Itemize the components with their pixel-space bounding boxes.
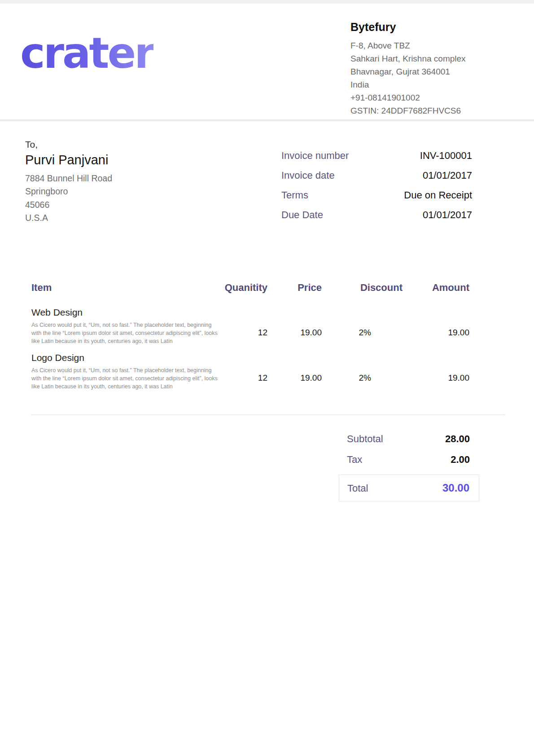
item-cell: Logo Design As Cicero would put it, “Um,…	[31, 352, 220, 391]
items-table: Item Quanitity Price Discount Amount Web…	[31, 282, 505, 415]
item-description: As Cicero would put it, “Um, not so fast…	[31, 321, 219, 345]
total-value: 30.00	[442, 482, 469, 494]
item-discount: 2%	[323, 352, 404, 383]
company-phone: +91-08141901002	[350, 91, 505, 104]
item-cell: Web Design As Cicero would put it, “Um, …	[31, 307, 220, 345]
client-address: 7884 Bunnel Hill Road Springboro 45066 U…	[25, 172, 112, 224]
items-table-header: Item Quanitity Price Discount Amount	[31, 282, 505, 294]
company-address-line: India	[350, 78, 505, 91]
item-amount: 19.00	[404, 307, 505, 338]
item-row: Logo Design As Cicero would put it, “Um,…	[31, 352, 505, 391]
total-label: Total	[347, 483, 368, 494]
company-address-line: Sahkari Hart, Krishna complex	[350, 52, 505, 65]
item-name: Logo Design	[31, 352, 220, 363]
item-price: 19.00	[269, 307, 323, 338]
column-header-price: Price	[269, 282, 323, 294]
column-header-quantity: Quanitity	[220, 282, 269, 294]
item-discount: 2%	[323, 307, 404, 338]
due-date-label: Due Date	[281, 209, 323, 221]
client-address-line: Springboro	[25, 185, 112, 198]
tax-value: 2.00	[451, 454, 470, 466]
tax-label: Tax	[347, 454, 362, 466]
item-description: As Cicero would put it, “Um, not so fast…	[31, 367, 219, 391]
invoice-header: crater Bytefury F-8, Above TBZ Sahkari H…	[0, 4, 534, 121]
item-quantity: 12	[220, 352, 269, 383]
due-date-value: 01/01/2017	[423, 209, 472, 221]
column-header-item: Item	[31, 282, 220, 294]
item-amount: 19.00	[404, 352, 505, 383]
invoice-date-label: Invoice date	[281, 170, 335, 181]
column-header-discount: Discount	[323, 282, 404, 294]
company-block: Bytefury F-8, Above TBZ Sahkari Hart, Kr…	[350, 13, 505, 117]
invoice-meta-row: Terms Due on Receipt	[281, 189, 472, 201]
invoice-meta-block: Invoice number INV-100001 Invoice date 0…	[281, 150, 472, 229]
bill-to-block: To, Purvi Panjvani 7884 Bunnel Hill Road…	[25, 139, 112, 229]
invoice-meta-row: Due Date 01/01/2017	[281, 209, 472, 221]
client-address-line: U.S.A	[25, 211, 112, 224]
tax-row: Tax 2.00	[339, 454, 479, 466]
terms-label: Terms	[281, 189, 308, 201]
invoice-page: crater Bytefury F-8, Above TBZ Sahkari H…	[0, 0, 534, 756]
invoice-meta-row: Invoice date 01/01/2017	[281, 170, 472, 181]
terms-value: Due on Receipt	[404, 189, 472, 201]
company-gstin: GSTIN: 24DDF7682FHVCS6	[350, 104, 505, 117]
subtotal-row: Subtotal 28.00	[339, 433, 479, 445]
item-quantity: 12	[220, 307, 269, 338]
column-header-amount: Amount	[404, 282, 505, 294]
company-address: F-8, Above TBZ Sahkari Hart, Krishna com…	[350, 39, 505, 117]
page-top-strip	[0, 0, 534, 4]
company-name: Bytefury	[350, 21, 505, 34]
invoice-number-label: Invoice number	[281, 150, 349, 162]
invoice-date-value: 01/01/2017	[423, 170, 472, 181]
items-table-body: Web Design As Cicero would put it, “Um, …	[31, 307, 505, 415]
totals-block: Subtotal 28.00 Tax 2.00 Total 30.00	[339, 433, 479, 501]
bill-to-label: To,	[25, 139, 112, 150]
company-address-line: Bhavnagar, Gujrat 364001	[350, 65, 505, 78]
crater-logo: crater	[20, 32, 153, 75]
client-name: Purvi Panjvani	[25, 153, 112, 167]
client-address-line: 7884 Bunnel Hill Road	[25, 172, 112, 185]
client-address-line: 45066	[25, 198, 112, 211]
total-box: Total 30.00	[339, 475, 479, 501]
company-address-line: F-8, Above TBZ	[350, 39, 505, 52]
subtotal-label: Subtotal	[347, 433, 383, 445]
invoice-meta-row: Invoice number INV-100001	[281, 150, 472, 162]
item-name: Web Design	[31, 307, 220, 318]
subtotal-value: 28.00	[445, 433, 470, 445]
item-row: Web Design As Cicero would put it, “Um, …	[31, 307, 505, 345]
invoice-number-value: INV-100001	[420, 150, 472, 162]
item-price: 19.00	[269, 352, 323, 383]
parties-section: To, Purvi Panjvani 7884 Bunnel Hill Road…	[0, 121, 534, 229]
